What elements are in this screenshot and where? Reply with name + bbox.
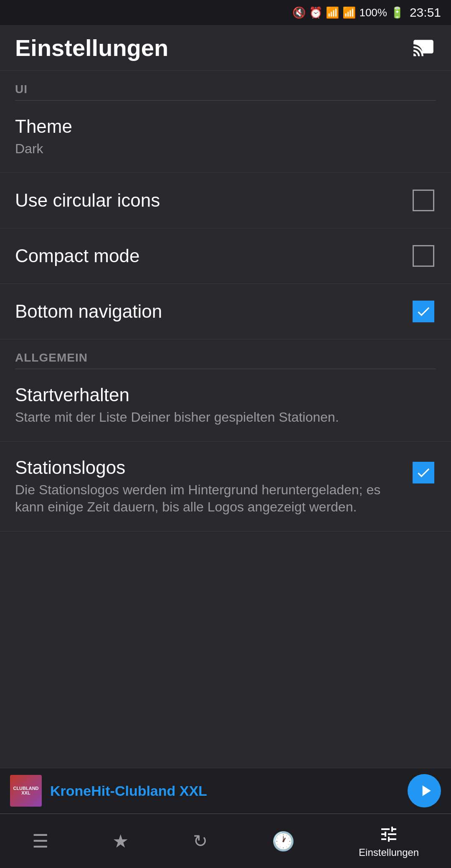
stationslogos-subtitle: Die Stationslogos werden im Hintergrund … [15, 481, 401, 516]
battery-icon: 🔋 [390, 6, 404, 19]
settings-item-circular-icons[interactable]: Use circular icons [0, 173, 451, 228]
cast-icon [413, 37, 434, 59]
cast-button[interactable] [411, 35, 436, 61]
settings-item-theme[interactable]: Theme Dark [0, 101, 451, 173]
list-icon: ☰ [32, 832, 48, 850]
bottom-navigation-bar: ☰ ★ ↻ 🕐 Einstellungen [0, 814, 451, 868]
play-button[interactable] [408, 774, 441, 807]
bottom-navigation-title: Bottom navigation [15, 301, 401, 323]
player-logo-text: CLUBLANDXXL [13, 786, 38, 795]
startverhalten-title: Startverhalten [15, 384, 426, 406]
circular-icons-title: Use circular icons [15, 190, 401, 212]
theme-content: Theme Dark [15, 116, 436, 157]
bottom-navigation-content: Bottom navigation [15, 301, 411, 323]
settings-item-compact-mode[interactable]: Compact mode [0, 228, 451, 284]
settings-content: UI Theme Dark Use circular icons Compact… [0, 71, 451, 640]
page-title: Einstellungen [15, 34, 168, 61]
battery-percent: 100% [359, 6, 387, 19]
nav-item-settings[interactable]: Einstellungen [359, 824, 419, 858]
wifi-icon: 📶 [326, 6, 339, 19]
compact-mode-checkbox[interactable] [411, 243, 436, 268]
compact-mode-content: Compact mode [15, 245, 411, 267]
status-time: 23:51 [410, 5, 441, 20]
settings-nav-icon [379, 824, 399, 844]
nav-item-favorites[interactable]: ★ [112, 832, 129, 850]
stationslogos-checkbox-box [413, 462, 434, 483]
player-station-name: KroneHit-Clubland XXL [50, 783, 399, 799]
compact-mode-checkbox-box [413, 245, 434, 267]
compact-mode-title: Compact mode [15, 245, 401, 267]
bottom-player: CLUBLANDXXL KroneHit-Clubland XXL [0, 768, 451, 814]
section-header-allgemein: ALLGEMEIN [0, 339, 451, 369]
toolbar: Einstellungen [0, 25, 451, 71]
alarm-icon: ⏰ [309, 6, 322, 19]
vibrate-icon: 🔇 [292, 6, 306, 19]
nav-item-list[interactable]: ☰ [32, 832, 48, 850]
signal-icon: 📶 [342, 6, 356, 19]
bottom-navigation-checkbox-box [413, 301, 434, 322]
circular-icons-checkbox[interactable] [411, 188, 436, 213]
circular-icons-checkbox-box [413, 190, 434, 211]
stationslogos-content: Stationslogos Die Stationslogos werden i… [15, 457, 411, 516]
bottom-navigation-checkbox[interactable] [411, 299, 436, 324]
theme-title: Theme [15, 116, 426, 138]
player-logo: CLUBLANDXXL [10, 775, 42, 807]
nav-item-recent[interactable]: ↻ [193, 833, 208, 850]
favorites-icon: ★ [112, 832, 129, 850]
section-header-ui: UI [0, 71, 451, 100]
settings-item-bottom-navigation[interactable]: Bottom navigation [0, 284, 451, 339]
history-icon: 🕐 [272, 832, 295, 850]
settings-item-stationslogos[interactable]: Stationslogos Die Stationslogos werden i… [0, 442, 451, 531]
startverhalten-subtitle: Starte mit der Liste Deiner bisher gespi… [15, 409, 426, 426]
settings-item-startverhalten[interactable]: Startverhalten Starte mit der Liste Dein… [0, 369, 451, 441]
status-bar: 🔇 ⏰ 📶 📶 100% 🔋 23:51 [0, 0, 451, 25]
theme-subtitle: Dark [15, 140, 426, 158]
circular-icons-content: Use circular icons [15, 190, 411, 212]
stationslogos-checkbox[interactable] [411, 460, 436, 485]
recent-icon: ↻ [193, 833, 208, 850]
settings-nav-label: Einstellungen [359, 847, 419, 858]
status-icons: 🔇 ⏰ 📶 📶 100% 🔋 23:51 [292, 5, 441, 20]
startverhalten-content: Startverhalten Starte mit der Liste Dein… [15, 384, 436, 426]
stationslogos-title: Stationslogos [15, 457, 401, 479]
nav-item-history[interactable]: 🕐 [272, 832, 295, 850]
